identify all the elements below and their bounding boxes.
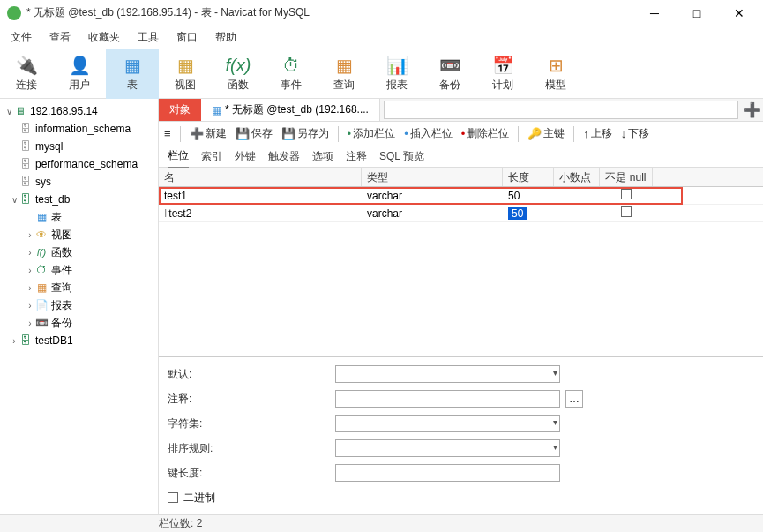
cell-notnull[interactable] — [600, 205, 653, 221]
tab-objects[interactable]: 对象 — [159, 99, 201, 121]
close-button[interactable]: ✕ — [726, 6, 752, 20]
prop-binary-checkbox[interactable] — [168, 492, 178, 503]
hdr-type[interactable]: 类型 — [362, 168, 503, 186]
checkbox[interactable] — [621, 189, 632, 199]
checkbox[interactable] — [621, 206, 632, 217]
tb-event[interactable]: ⏱事件 — [265, 49, 318, 99]
menu-file[interactable]: 文件 — [11, 30, 32, 45]
cell-type[interactable]: varchar — [362, 206, 503, 221]
menu-tools[interactable]: 工具 — [138, 30, 159, 45]
tree-db-test-db[interactable]: ∨🗄test_db — [0, 191, 158, 208]
menu-view[interactable]: 查看 — [49, 30, 71, 45]
tb-table[interactable]: ▦表 — [106, 49, 159, 99]
cell-dec[interactable] — [554, 194, 600, 198]
subtab-trigger[interactable]: 触发器 — [268, 146, 300, 168]
hamburger-icon: ≡ — [164, 127, 171, 140]
tb-function[interactable]: f(x)函数 — [212, 49, 265, 99]
hdr-len[interactable]: 长度 — [503, 168, 554, 186]
saveas-button[interactable]: 💾另存为 — [281, 126, 329, 141]
new-button[interactable]: ➕新建 — [190, 126, 227, 141]
table-icon: ▦ — [121, 55, 144, 76]
prop-collation-input[interactable]: ▾ — [335, 439, 560, 457]
add-tab-button[interactable]: ➕ — [742, 99, 763, 121]
subtab-sqlpreview[interactable]: SQL 预览 — [379, 146, 424, 168]
cell-len[interactable]: 50 — [503, 188, 554, 204]
minimize-button[interactable]: ─ — [641, 6, 668, 20]
cell-dec[interactable] — [554, 212, 600, 215]
search-input[interactable] — [384, 101, 738, 119]
menu-button[interactable]: ≡ — [164, 127, 171, 140]
plus-icon: ➕ — [190, 127, 204, 140]
subtabs: 栏位 索引 外键 触发器 选项 注释 SQL 预览 — [159, 146, 763, 168]
hdr-name[interactable]: 名 — [159, 168, 362, 186]
subtab-options[interactable]: 选项 — [312, 146, 333, 168]
tree-node-backups[interactable]: ›📼备份 — [0, 314, 158, 332]
prop-comment-input[interactable] — [335, 390, 560, 408]
database-icon: 🗄 — [19, 123, 32, 135]
cell-len[interactable]: 50 — [503, 206, 554, 221]
prop-default-input[interactable]: ▾ — [335, 365, 560, 383]
database-icon: 🗄 — [19, 334, 32, 347]
event-icon: ⏱ — [280, 55, 303, 76]
tree-node-queries[interactable]: ›▦查询 — [0, 279, 158, 296]
prop-charset-label: 字符集: — [168, 416, 335, 431]
deletefield-button[interactable]: •删除栏位 — [461, 126, 510, 141]
tab-untitled[interactable]: ▦* 无标题 @test_db (192.168.... — [201, 99, 380, 121]
query-icon: ▦ — [333, 55, 355, 76]
tree-node-tables[interactable]: ▦表 — [0, 208, 158, 226]
prop-default-label: 默认: — [168, 367, 335, 382]
cell-name[interactable]: test1 — [159, 188, 362, 204]
tree-db-sys[interactable]: 🗄sys — [0, 173, 158, 191]
primarykey-button[interactable]: 🔑主键 — [527, 126, 565, 141]
maximize-button[interactable]: □ — [684, 6, 710, 20]
tb-schedule[interactable]: 📅计划 — [476, 49, 529, 99]
tree-db-information-schema[interactable]: 🗄information_schema — [0, 120, 158, 138]
tb-backup[interactable]: 📼备份 — [423, 49, 476, 99]
database-icon: 🗄 — [19, 176, 32, 188]
tree-node-functions[interactable]: ›f()函数 — [0, 244, 158, 261]
tree-server[interactable]: ∨🖥192.168.95.14 — [0, 102, 158, 120]
tree-node-events[interactable]: ›⏱事件 — [0, 261, 158, 279]
insertfield-button[interactable]: •插入栏位 — [404, 126, 453, 141]
subtab-index[interactable]: 索引 — [201, 146, 222, 168]
tb-view[interactable]: ▦视图 — [159, 49, 212, 99]
subtab-comment[interactable]: 注释 — [346, 146, 367, 168]
prop-collation-label: 排序规则: — [168, 441, 335, 456]
tb-connect[interactable]: 🔌连接 — [0, 49, 53, 99]
tb-query[interactable]: ▦查询 — [318, 49, 370, 99]
menu-help[interactable]: 帮助 — [215, 30, 236, 45]
movedown-button[interactable]: ↓下移 — [621, 126, 650, 141]
tb-model[interactable]: ⊞模型 — [529, 49, 582, 99]
tb-report[interactable]: 📊报表 — [370, 49, 423, 99]
backup-icon: 📼 — [35, 317, 48, 329]
addfield-button[interactable]: •添加栏位 — [348, 126, 396, 141]
plug-icon: 🔌 — [15, 55, 38, 76]
tree-db-mysql[interactable]: 🗄mysql — [0, 138, 158, 155]
insertfield-icon: • — [404, 127, 408, 140]
save-button[interactable]: 💾保存 — [236, 126, 273, 141]
backup-icon: 📼 — [438, 55, 461, 76]
cell-type[interactable]: varchar — [362, 188, 503, 204]
menu-window[interactable]: 窗口 — [176, 30, 198, 45]
tree-db-performance-schema[interactable]: 🗄performance_schema — [0, 155, 158, 173]
hdr-dec[interactable]: 小数点 — [554, 168, 600, 186]
grid-row[interactable]: Itest2 varchar 50 — [159, 205, 763, 222]
moveup-button[interactable]: ↑上移 — [583, 126, 612, 141]
grid-header: 名 类型 长度 小数点 不是 null — [159, 168, 763, 187]
prop-charset-input[interactable]: ▾ — [335, 415, 560, 432]
prop-keylen-input[interactable] — [335, 464, 560, 482]
subtab-fields[interactable]: 栏位 — [168, 145, 189, 169]
cell-notnull[interactable] — [600, 187, 653, 204]
subtab-fk[interactable]: 外键 — [235, 146, 256, 168]
tb-user[interactable]: 👤用户 — [53, 49, 106, 99]
grid-row[interactable]: test1 varchar 50 — [159, 187, 763, 205]
tree-node-views[interactable]: ›👁视图 — [0, 226, 158, 244]
tree-node-reports[interactable]: ›📄报表 — [0, 296, 158, 314]
hdr-notnull[interactable]: 不是 null — [600, 168, 653, 186]
menu-favorites[interactable]: 收藏夹 — [88, 30, 120, 45]
cell-name[interactable]: Itest2 — [159, 206, 362, 221]
fields-grid: 名 类型 长度 小数点 不是 null test1 varchar 50 Ite… — [159, 168, 763, 356]
prop-comment-more[interactable]: … — [565, 390, 583, 408]
field-properties: 默认:▾ 注释:… 字符集:▾ 排序规则:▾ 键长度: 二进制 — [159, 356, 763, 514]
tree-db-testdb1[interactable]: ›🗄testDB1 — [0, 332, 158, 349]
